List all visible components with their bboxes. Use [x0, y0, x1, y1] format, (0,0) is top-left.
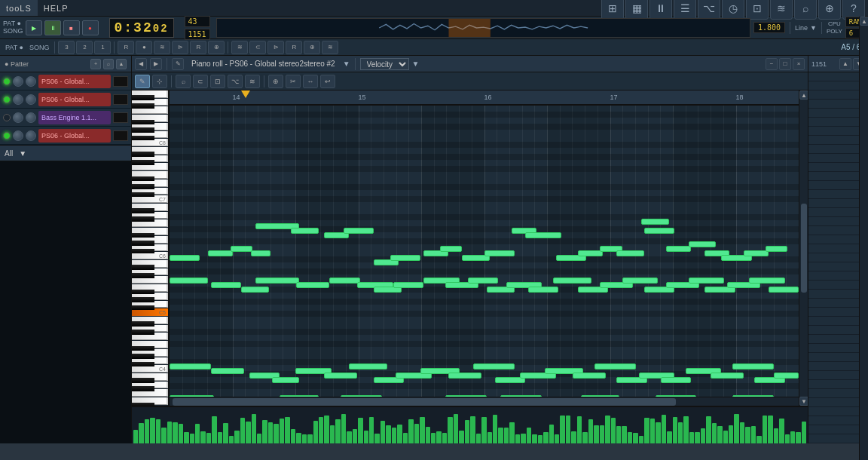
- scroll-down[interactable]: ▼: [799, 397, 808, 406]
- channel-pan-knob-3[interactable]: [26, 112, 36, 123]
- note[interactable]: [468, 278, 498, 284]
- piano-black-key[interactable]: [132, 127, 154, 132]
- channel-label-2[interactable]: PS06 - Global...: [38, 93, 111, 106]
- piano-black-key[interactable]: [132, 354, 154, 358]
- channel-pan-knob-1[interactable]: [26, 76, 36, 87]
- note[interactable]: [641, 219, 669, 225]
- route-btn[interactable]: R: [190, 41, 206, 54]
- eff-btn2[interactable]: ⊂: [249, 41, 266, 54]
- note[interactable]: [689, 241, 717, 247]
- pr-nav-left[interactable]: ◀: [135, 58, 147, 70]
- pr-velocity-select[interactable]: Velocity: [360, 58, 409, 70]
- step-btn-2[interactable]: 2: [76, 41, 93, 54]
- note[interactable]: [594, 363, 636, 370]
- note[interactable]: [170, 255, 200, 261]
- step-btn-3[interactable]: 1: [94, 41, 111, 54]
- note[interactable]: [578, 250, 603, 256]
- fx-btn[interactable]: ⊕: [208, 41, 225, 54]
- project-icon[interactable]: ⊡: [746, 0, 769, 20]
- steps-display[interactable]: 1151: [185, 29, 210, 40]
- piano-black-key[interactable]: [132, 321, 154, 326]
- plugin-browser-icon[interactable]: ⌥: [698, 0, 720, 20]
- piano-black-key[interactable]: [132, 136, 154, 140]
- pr-select-btn[interactable]: ⊹: [152, 75, 167, 88]
- snap-dropdown-arrow[interactable]: ▼: [810, 24, 817, 32]
- note[interactable]: [644, 228, 674, 234]
- note[interactable]: [666, 246, 691, 252]
- piano-black-key[interactable]: [132, 297, 154, 302]
- pr-snap-btn[interactable]: ⊂: [193, 75, 208, 88]
- send-btn[interactable]: ⊳: [172, 41, 188, 54]
- rack-icon-1[interactable]: +: [90, 59, 101, 69]
- rp-up[interactable]: ▲: [839, 58, 851, 70]
- piano-black-key[interactable]: [132, 176, 154, 181]
- note[interactable]: [766, 246, 787, 252]
- note[interactable]: [573, 373, 606, 379]
- note[interactable]: [291, 228, 319, 234]
- channel-row-2[interactable]: PS06 - Global...: [0, 90, 131, 109]
- mixer-icon[interactable]: ☰: [674, 0, 696, 20]
- note[interactable]: [349, 363, 387, 370]
- channel-label-1[interactable]: PS06 - Global...: [38, 75, 111, 88]
- piano-black-key[interactable]: [132, 362, 154, 366]
- piano-black-key[interactable]: [132, 386, 154, 391]
- pr-flip-btn[interactable]: ↔: [303, 75, 318, 88]
- piano-black-key[interactable]: [132, 265, 154, 269]
- note[interactable]: [329, 278, 359, 284]
- note[interactable]: [732, 363, 774, 370]
- pr-glue-btn[interactable]: ⊕: [268, 75, 283, 88]
- note[interactable]: [528, 287, 558, 293]
- pr-strum-btn[interactable]: ≋: [245, 75, 260, 88]
- eff-btn4[interactable]: R: [286, 41, 302, 54]
- piano-black-key[interactable]: [132, 403, 154, 406]
- v-scrollbar-thumb[interactable]: [801, 204, 807, 293]
- note[interactable]: [324, 373, 357, 379]
- note[interactable]: [500, 395, 542, 397]
- note[interactable]: [241, 287, 269, 293]
- channel-row-1[interactable]: PS06 - Global...: [0, 72, 131, 90]
- note[interactable]: [170, 278, 208, 284]
- note[interactable]: [440, 246, 462, 252]
- pr-minimize[interactable]: −: [766, 58, 778, 70]
- h-scrollbar-thumb[interactable]: [173, 398, 676, 406]
- record-button[interactable]: [82, 20, 99, 35]
- note[interactable]: [769, 287, 799, 293]
- eff-btn3[interactable]: ⊳: [267, 41, 284, 54]
- note[interactable]: [208, 250, 233, 256]
- note[interactable]: [255, 278, 300, 284]
- piano-black-key[interactable]: [132, 184, 154, 189]
- piano-black-key[interactable]: [132, 95, 154, 100]
- pause-icon[interactable]: ⏸: [649, 0, 672, 20]
- channel-vol-knob-4[interactable]: [13, 130, 23, 141]
- note[interactable]: [616, 250, 644, 256]
- piano-black-key[interactable]: [132, 290, 154, 294]
- note[interactable]: [341, 395, 382, 397]
- menu-help[interactable]: HELP: [38, 0, 75, 16]
- pr-pencil-tool[interactable]: ✎: [172, 58, 184, 70]
- pr-quantize-btn[interactable]: ⊡: [210, 75, 225, 88]
- channel-row-4[interactable]: PS06 - Global...: [0, 127, 131, 145]
- note[interactable]: [231, 246, 252, 252]
- channel-rack-icon[interactable]: ⊞: [601, 0, 624, 20]
- pr-chop-btn[interactable]: ✂: [286, 75, 301, 88]
- channel-pan-knob-2[interactable]: [26, 94, 36, 105]
- pr-arpeggio-btn[interactable]: ⌥: [228, 75, 243, 88]
- note[interactable]: [484, 250, 515, 256]
- note[interactable]: [661, 377, 691, 383]
- note[interactable]: [170, 363, 211, 370]
- piano-black-key[interactable]: [132, 249, 154, 253]
- channel-led-4[interactable]: [3, 132, 11, 140]
- piano-black-key[interactable]: [132, 192, 154, 197]
- note[interactable]: [581, 395, 619, 397]
- eff-btn1[interactable]: ≋: [231, 41, 248, 54]
- all-dropdown[interactable]: All ▼: [0, 145, 131, 161]
- note[interactable]: [170, 395, 214, 397]
- channel-label-3[interactable]: Bass Engine 1.1...: [38, 111, 111, 124]
- note[interactable]: [525, 232, 561, 238]
- pr-close[interactable]: ×: [793, 58, 805, 70]
- piano-black-key[interactable]: [132, 103, 154, 108]
- channel-led-3[interactable]: [3, 114, 11, 121]
- scroll-up[interactable]: ▲: [799, 90, 808, 100]
- step-btn-1[interactable]: 3: [58, 41, 75, 54]
- piano-black-key[interactable]: [132, 120, 154, 124]
